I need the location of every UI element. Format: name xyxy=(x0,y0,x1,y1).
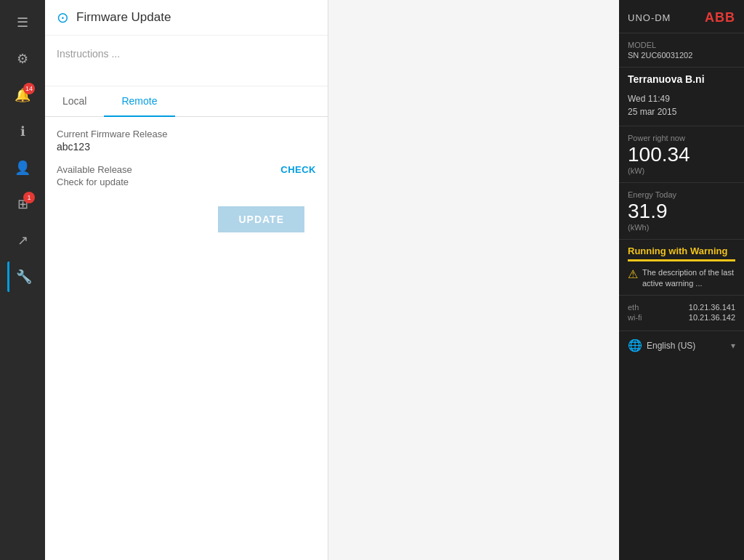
warning-title: Running with Warning xyxy=(628,245,735,256)
network-button[interactable]: ⊞ 1 xyxy=(7,189,38,219)
network-section: eth 10.21.36.141 wi-fi 10.21.36.142 xyxy=(619,296,744,331)
warning-triangle-icon: ⚠ xyxy=(628,267,638,281)
available-release-label: Available Release xyxy=(57,164,132,175)
right-panel: UNO-DM ABB MODEL SN 2UC60031202 Terranuo… xyxy=(619,0,744,560)
power-metric: Power right now 100.34 (kW) xyxy=(619,126,744,183)
warning-bar xyxy=(628,259,735,261)
wrench-button[interactable]: 🔧 xyxy=(7,261,38,292)
translate-icon: 🌐 xyxy=(628,338,642,352)
back-circle-icon[interactable]: ⊙ xyxy=(57,9,69,26)
energy-value: 31.9 xyxy=(628,200,735,223)
tab-remote[interactable]: Remote xyxy=(104,86,174,117)
empty-space xyxy=(328,0,619,560)
chevron-down-icon: ▾ xyxy=(731,341,735,351)
eth-row: eth 10.21.36.141 xyxy=(628,303,735,312)
firmware-title: Firmware Update xyxy=(76,10,171,25)
update-button[interactable]: UPDATE xyxy=(218,206,304,232)
serial-number: SN 2UC60031202 xyxy=(628,51,735,60)
menu-icon: ☰ xyxy=(17,15,28,31)
abb-logo: ABB xyxy=(705,10,735,25)
instructions-area: Instructions ... xyxy=(45,36,328,86)
warning-description: The description of the last active warni… xyxy=(642,267,735,290)
warning-section: Running with Warning ⚠ The description o… xyxy=(619,240,744,296)
available-release-info: Available Release Check for update xyxy=(57,164,132,189)
info-icon: ℹ xyxy=(20,123,25,139)
instructions-text: Instructions ... xyxy=(57,48,120,60)
current-firmware-row: Current Firmware Release abc123 xyxy=(57,129,316,153)
available-release-row: Available Release Check for update CHECK xyxy=(57,164,316,189)
firmware-panel: ⊙ Firmware Update Instructions ... Local… xyxy=(45,0,328,560)
power-value: 100.34 xyxy=(628,144,735,166)
eth-value: 10.21.36.141 xyxy=(689,303,735,312)
power-label: Power right now xyxy=(628,134,735,142)
share-button[interactable]: ↗ xyxy=(7,225,38,256)
wifi-value: 10.21.36.142 xyxy=(689,313,735,322)
notifications-button[interactable]: 🔔 14 xyxy=(7,80,38,110)
settings-button[interactable]: ⚙ xyxy=(7,44,38,74)
firmware-info: Current Firmware Release abc123 Availabl… xyxy=(45,117,328,244)
wifi-row: wi-fi 10.21.36.142 xyxy=(628,313,735,322)
update-btn-row: UPDATE xyxy=(57,206,316,232)
energy-metric: Energy Today 31.9 (kWh) xyxy=(619,183,744,240)
user-button[interactable]: 👤 xyxy=(7,153,38,183)
network-badge: 1 xyxy=(23,192,35,203)
settings-icon: ⚙ xyxy=(17,51,28,67)
tab-local[interactable]: Local xyxy=(45,86,104,117)
firmware-header: ⊙ Firmware Update xyxy=(45,0,328,36)
datetime-line2: 25 mar 2015 xyxy=(628,105,735,118)
language-selector[interactable]: 🌐 English (US) ▾ xyxy=(619,331,744,360)
energy-label: Energy Today xyxy=(628,190,735,199)
wifi-label: wi-fi xyxy=(628,313,642,322)
device-name: Terranuova B.ni xyxy=(619,68,744,88)
model-section: MODEL SN 2UC60031202 xyxy=(619,33,744,68)
menu-button[interactable]: ☰ xyxy=(7,7,38,38)
check-button[interactable]: CHECK xyxy=(280,164,316,175)
main-content: ⊙ Firmware Update Instructions ... Local… xyxy=(45,0,619,560)
energy-unit: (kWh) xyxy=(628,223,735,232)
model-label: MODEL xyxy=(628,41,735,49)
current-firmware-label: Current Firmware Release xyxy=(57,129,316,139)
eth-label: eth xyxy=(628,303,639,312)
sidebar: ☰ ⚙ 🔔 14 ℹ 👤 ⊞ 1 ↗ 🔧 xyxy=(0,0,45,560)
check-for-update-label: Check for update xyxy=(57,176,132,187)
language-text: English (US) xyxy=(647,341,727,351)
notifications-badge: 14 xyxy=(23,83,35,94)
datetime-section: Wed 11:49 25 mar 2015 xyxy=(619,88,744,126)
user-icon: 👤 xyxy=(15,160,31,176)
wrench-icon: 🔧 xyxy=(16,269,32,285)
brand-name: UNO-DM xyxy=(628,12,671,23)
info-button[interactable]: ℹ xyxy=(7,116,38,147)
right-panel-header: UNO-DM ABB xyxy=(619,0,744,33)
warning-body: ⚠ The description of the last active war… xyxy=(628,267,735,290)
current-firmware-value: abc123 xyxy=(57,141,316,153)
datetime-line1: Wed 11:49 xyxy=(628,92,735,105)
power-unit: (kW) xyxy=(628,166,735,175)
tabs-bar: Local Remote xyxy=(45,86,328,117)
share-icon: ↗ xyxy=(17,232,28,248)
